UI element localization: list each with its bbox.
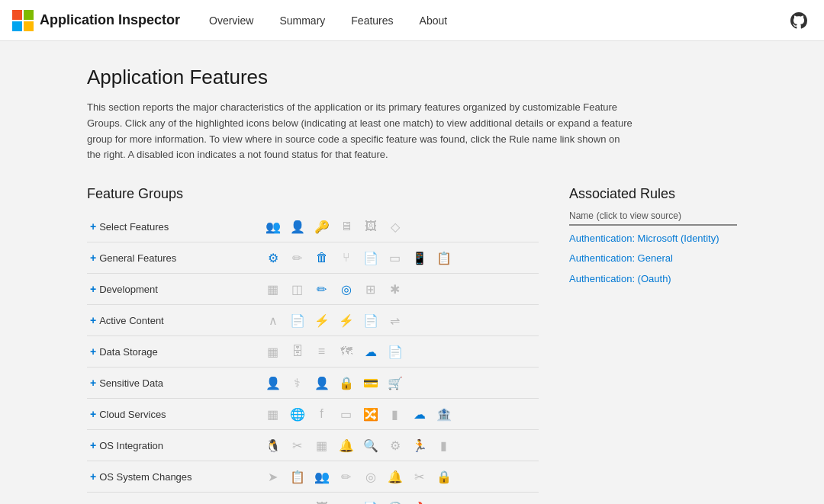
feature-icon: 🏃 (409, 435, 430, 456)
feature-group-row: + Select Features👥👤🔑🖥🖼◇ (87, 211, 539, 242)
feature-icon: 🐧 (262, 435, 284, 456)
feature-icon: ⑂ (336, 247, 357, 268)
feature-group-expand-active-content[interactable]: + Active Content (90, 314, 164, 326)
page-description: This section reports the major character… (87, 100, 636, 163)
feature-group-row: + Other▶▦🖼◎📄🕐🔥 (87, 493, 539, 504)
plus-icon: + (90, 220, 96, 233)
plus-icon: + (90, 314, 96, 326)
header: Application Inspector Overview Summary F… (0, 0, 824, 41)
app-logo: Application Inspector (12, 10, 180, 31)
feature-icon: 🛒 (385, 372, 406, 393)
feature-icon: 📄 (360, 497, 381, 504)
plus-icon: + (90, 252, 96, 264)
feature-icon: ▶ (262, 497, 284, 504)
feature-icon: 🗄 (287, 341, 308, 362)
feature-group-expand-development[interactable]: + Development (90, 283, 158, 295)
feature-icon: ✂ (287, 435, 308, 456)
rules-name-label: Name (569, 210, 594, 221)
feature-groups-panel: Feature Groups + Select Features👥👤🔑🖥🖼◇+ … (87, 186, 539, 504)
feature-icon: ▦ (311, 435, 333, 456)
feature-group-row: + Sensitive Data👤⚕👤🔒💳🛒 (87, 368, 539, 399)
feature-icon: ✏ (336, 466, 357, 487)
github-button[interactable] (786, 8, 812, 34)
feature-group-row: + OS System Changes➤📋👥✏◎🔔✂🔒 (87, 461, 539, 493)
feature-icon: ⚕ (287, 372, 308, 393)
feature-group-row: + Active Content∧📄⚡⚡📄⇌ (87, 305, 539, 336)
feature-icon[interactable]: 🗑 (311, 247, 333, 268)
feature-icon: ▦ (262, 403, 284, 425)
feature-icon: 🕐 (385, 497, 406, 504)
nav-item-features[interactable]: Features (340, 10, 404, 31)
main-content: Application Features This section report… (69, 41, 755, 504)
feature-icon: 🔒 (336, 372, 357, 393)
feature-group-expand-select-features[interactable]: + Select Features (90, 220, 169, 233)
feature-icon[interactable]: 👤 (287, 216, 308, 237)
nav-item-overview[interactable]: Overview (198, 10, 264, 31)
feature-icons-group: ▦🗄≡🗺☁📄 (262, 341, 536, 362)
feature-group-row: + Development▦◫✏◎⊞✱ (87, 274, 539, 305)
feature-icon: ▮ (433, 435, 455, 456)
feature-icon[interactable]: ☁ (409, 403, 430, 425)
feature-icon: ⚡ (311, 310, 333, 331)
feature-icon: 🗺 (336, 341, 357, 362)
feature-icon: 📄 (385, 341, 406, 362)
logo-blue (12, 21, 22, 31)
feature-icon[interactable]: ⚙ (262, 247, 284, 268)
feature-icon: 📄 (360, 310, 381, 331)
feature-icon: 📋 (433, 247, 455, 268)
feature-icon[interactable]: ◎ (336, 278, 357, 300)
feature-icon: 🔔 (336, 435, 357, 456)
rule-link-1[interactable]: Authentication: General (569, 252, 737, 265)
feature-icon[interactable]: 🔑 (311, 216, 333, 237)
feature-icons-group: 👥👤🔑🖥🖼◇ (262, 216, 536, 237)
feature-icon: ◫ (287, 278, 308, 300)
feature-group-expand-os-system-changes[interactable]: + OS System Changes (90, 470, 192, 483)
feature-icon: ⊞ (360, 278, 381, 300)
feature-icon: 👤 (262, 372, 284, 393)
feature-icons-group: ▦🌐f▭🔀▮☁🏦 (262, 403, 536, 425)
feature-group-expand-cloud-services[interactable]: + Cloud Services (90, 408, 166, 420)
feature-icon: ▭ (385, 247, 406, 268)
feature-icon: 📱 (409, 247, 430, 268)
feature-icon[interactable]: 👥 (262, 216, 284, 237)
feature-icon: ∧ (262, 310, 284, 331)
logo-green (24, 10, 34, 20)
feature-icon: 🔀 (360, 403, 381, 425)
feature-group-expand-sensitive-data[interactable]: + Sensitive Data (90, 377, 163, 389)
feature-icon: ▭ (336, 403, 357, 425)
feature-icons-group: ▶▦🖼◎📄🕐🔥 (262, 497, 536, 504)
feature-icon: ⇌ (385, 310, 406, 331)
feature-icon: 📄 (287, 310, 308, 331)
feature-icons-group: 👤⚕👤🔒💳🛒 (262, 372, 536, 393)
nav-item-about[interactable]: About (409, 10, 459, 31)
plus-icon: + (90, 377, 96, 389)
logo-red (12, 10, 22, 20)
feature-icon: ⚡ (336, 310, 357, 331)
feature-group-row: + Cloud Services▦🌐f▭🔀▮☁🏦 (87, 399, 539, 430)
associated-rules-panel: Associated Rules Name (click to view sou… (569, 186, 737, 292)
feature-icon: 🔔 (385, 466, 406, 487)
rule-link-0[interactable]: Authentication: Microsoft (Identity) (569, 232, 737, 246)
rules-list: Authentication: Microsoft (Identity)Auth… (569, 232, 737, 286)
feature-icon: 🌐 (287, 403, 308, 425)
feature-icon: ⚙ (385, 435, 406, 456)
page-title: Application Features (87, 66, 737, 89)
feature-icon[interactable]: ◎ (336, 497, 357, 504)
feature-icons-group: ▦◫✏◎⊞✱ (262, 278, 536, 300)
feature-groups-table: + Select Features👥👤🔑🖥🖼◇+ General Feature… (87, 211, 539, 504)
feature-icon[interactable]: 👤 (311, 372, 333, 393)
plus-icon: + (90, 283, 96, 295)
plus-icon: + (90, 470, 96, 483)
feature-groups-title: Feature Groups (87, 186, 539, 202)
rule-link-2[interactable]: Authentication: (Oauth) (569, 272, 737, 286)
plus-icon: + (90, 439, 96, 451)
nav-item-summary[interactable]: Summary (269, 10, 336, 31)
feature-icon[interactable]: ☁ (360, 341, 381, 362)
github-icon (790, 12, 807, 29)
rules-name-subheader: (click to view source) (597, 210, 681, 221)
feature-group-expand-general-features[interactable]: + General Features (90, 252, 176, 264)
feature-icon: 🖼 (360, 216, 381, 237)
feature-group-expand-data-storage[interactable]: + Data Storage (90, 345, 158, 358)
feature-group-expand-os-integration[interactable]: + OS Integration (90, 439, 163, 451)
feature-icon[interactable]: ✏ (311, 278, 333, 300)
